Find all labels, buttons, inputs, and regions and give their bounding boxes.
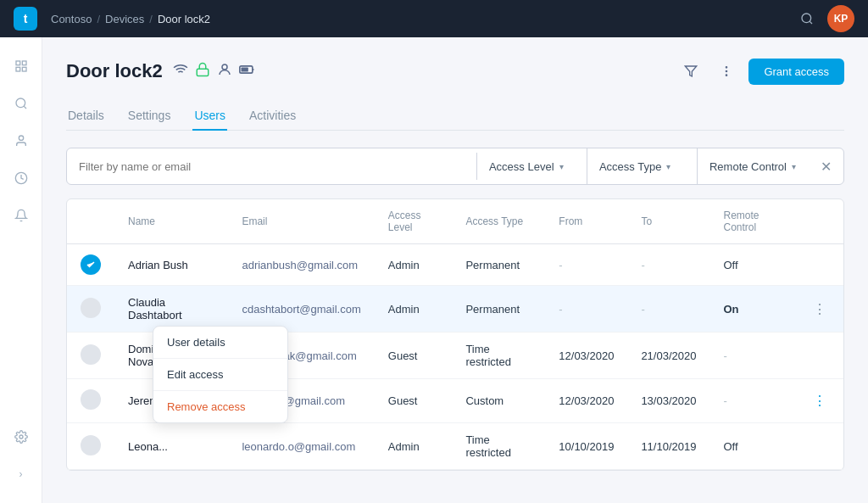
remote-control: Off xyxy=(709,423,796,470)
remote-control: - xyxy=(709,379,796,423)
tab-users[interactable]: Users xyxy=(192,102,227,131)
person-icon xyxy=(217,62,232,81)
context-menu: User details Edit access Remove access xyxy=(153,326,288,423)
user-avatar-claudia xyxy=(81,298,101,318)
more-options-button[interactable] xyxy=(713,58,740,85)
from-date: - xyxy=(545,244,627,286)
access-level: Admin xyxy=(375,244,453,286)
col-header-access-type: Access Type xyxy=(452,199,545,244)
to-date: - xyxy=(627,286,709,333)
sidebar: › xyxy=(0,37,42,503)
from-date: 12/03/2020 xyxy=(545,333,627,379)
page-title-area: Door lock2 xyxy=(66,60,256,82)
remote-control: - xyxy=(709,333,796,379)
clock-nav-icon xyxy=(14,171,28,185)
sidebar-item-settings[interactable] xyxy=(6,422,36,452)
access-level: Guest xyxy=(375,379,453,423)
svg-rect-3 xyxy=(16,67,20,71)
svg-point-17 xyxy=(726,75,727,75)
sidebar-item-notifications[interactable] xyxy=(6,200,36,231)
battery-icon xyxy=(239,64,256,79)
svg-point-0 xyxy=(802,14,811,23)
svg-marker-14 xyxy=(686,66,697,76)
sidebar-expand-button[interactable]: › xyxy=(6,459,36,489)
user-email: adrianbush@gmail.com xyxy=(228,244,374,286)
user-avatar-jeremi xyxy=(81,389,101,410)
remote-control-dropdown[interactable]: Remote Control ▾ xyxy=(698,148,808,184)
context-menu-edit-access[interactable]: Edit access xyxy=(153,359,287,390)
main-content: Door lock2 xyxy=(42,37,868,503)
svg-point-11 xyxy=(222,64,227,70)
context-menu-remove-access[interactable]: Remove access xyxy=(153,391,287,422)
tab-activities[interactable]: Activities xyxy=(248,102,298,131)
from-date: 12/03/2020 xyxy=(545,379,627,423)
remote-control: On xyxy=(709,286,796,333)
user-name: Claudia Dashtabort xyxy=(128,296,214,321)
user-name: Adrian Bush xyxy=(128,259,188,271)
svg-rect-1 xyxy=(16,61,20,65)
search-icon xyxy=(800,12,814,25)
col-header-access-level: Access Level xyxy=(375,199,453,244)
tab-settings[interactable]: Settings xyxy=(126,102,173,131)
to-date: 21/03/2020 xyxy=(627,333,709,379)
col-header-checkbox xyxy=(67,199,114,244)
col-header-email: Email xyxy=(228,199,374,244)
svg-rect-2 xyxy=(22,61,26,65)
access-level: Admin xyxy=(375,286,453,333)
col-header-to: To xyxy=(627,199,709,244)
bell-nav-icon xyxy=(14,209,28,222)
filter-button[interactable] xyxy=(677,58,704,85)
chevron-down-icon: ▾ xyxy=(792,162,796,171)
from-date: - xyxy=(545,286,627,333)
grid-icon xyxy=(14,59,28,73)
col-header-name: Name xyxy=(114,199,228,244)
table-row: Adrian Bush adrianbush@gmail.com Admin P… xyxy=(67,244,843,286)
access-level-dropdown[interactable]: Access Level ▾ xyxy=(477,148,587,184)
page-title: Door lock2 xyxy=(66,60,163,82)
filter-bar: Access Level ▾ Access Type ▾ Remote Cont… xyxy=(66,148,844,185)
col-header-from: From xyxy=(545,199,627,244)
top-navigation: t Contoso / Devices / Door lock2 KP xyxy=(0,0,868,37)
access-type: Time restricted xyxy=(452,333,545,379)
svg-rect-4 xyxy=(22,67,26,71)
sidebar-item-search[interactable] xyxy=(6,88,36,119)
breadcrumb-current: Door lock2 xyxy=(158,13,210,25)
filter-close-button[interactable]: ✕ xyxy=(808,148,843,184)
col-header-actions xyxy=(796,199,843,244)
from-date: 10/10/2019 xyxy=(545,423,627,470)
app-logo: t xyxy=(14,7,37,31)
to-date: 13/03/2020 xyxy=(627,379,709,423)
user-avatar-leona xyxy=(81,435,101,455)
breadcrumb-contoso[interactable]: Contoso xyxy=(51,13,92,25)
to-date: 11/10/2019 xyxy=(627,423,709,470)
breadcrumb-devices[interactable]: Devices xyxy=(105,13,144,25)
row-more-button[interactable]: ⋮ xyxy=(810,302,830,316)
filter-icon xyxy=(684,64,698,78)
sidebar-item-activity[interactable] xyxy=(6,163,36,193)
svg-point-8 xyxy=(19,435,23,439)
grant-access-button[interactable]: Grant access xyxy=(748,59,844,85)
row-more-button[interactable]: ⋮ xyxy=(810,394,830,408)
access-type: Permanent xyxy=(452,244,545,286)
user-avatar-adrian xyxy=(81,254,101,275)
sidebar-item-users[interactable] xyxy=(6,126,36,156)
remote-control: Off xyxy=(709,244,796,286)
device-icons xyxy=(173,62,256,81)
search-button[interactable] xyxy=(793,5,821,32)
svg-point-15 xyxy=(726,67,727,68)
tab-details[interactable]: Details xyxy=(66,102,106,131)
user-avatar-dominic xyxy=(81,344,101,365)
context-menu-user-details[interactable]: User details xyxy=(153,327,287,358)
access-type: Permanent xyxy=(452,286,545,333)
lock-icon xyxy=(195,62,210,81)
svg-rect-13 xyxy=(241,68,248,72)
to-date: - xyxy=(627,244,709,286)
access-type-dropdown[interactable]: Access Type ▾ xyxy=(587,148,698,184)
search-input[interactable] xyxy=(67,152,476,182)
user-avatar[interactable]: KP xyxy=(827,5,854,32)
access-level: Guest xyxy=(375,333,453,379)
access-level: Admin xyxy=(375,423,453,470)
header-actions: Grant access xyxy=(677,58,844,85)
svg-point-6 xyxy=(19,136,23,140)
sidebar-item-grid[interactable] xyxy=(6,51,36,81)
